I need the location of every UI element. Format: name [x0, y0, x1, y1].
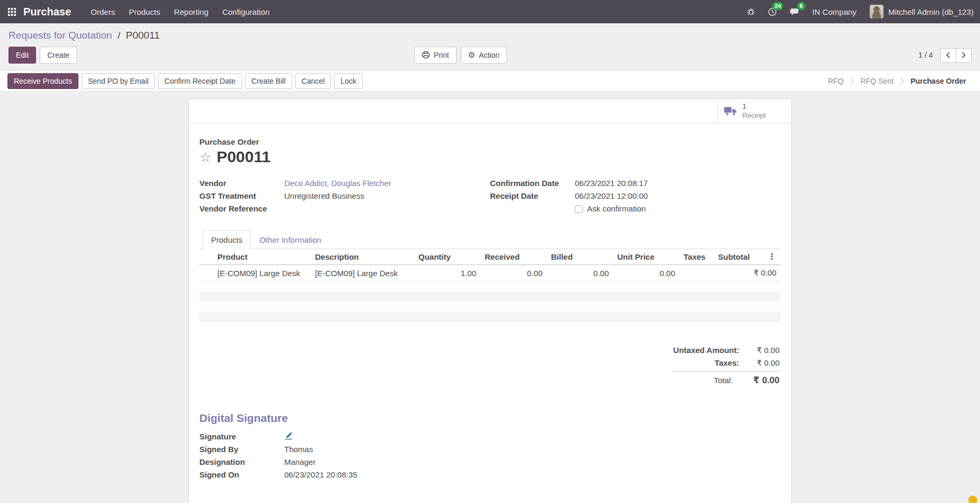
order-line-row[interactable]: [E-COM09] Large Desk [E-COM09] Large Des…: [199, 265, 781, 281]
total-row: Total: ₹ 0.00: [672, 371, 781, 387]
status-pipeline: RFQ RFQ Sent Purchase Order: [821, 77, 973, 85]
tab-other-information[interactable]: Other Information: [251, 231, 330, 249]
ask-confirmation-field: Ask confirmation: [490, 204, 759, 217]
send-po-by-email-button[interactable]: Send PO by Email: [82, 73, 155, 89]
confirmation-date-label: Confirmation Date: [490, 179, 575, 188]
signed-on-label: Signed On: [199, 470, 284, 479]
create-button[interactable]: Create: [40, 47, 77, 64]
debug-menu-button[interactable]: [740, 0, 762, 23]
receipt-count: 1: [742, 102, 746, 111]
print-button[interactable]: Print: [414, 47, 457, 64]
activities-menu-button[interactable]: 24: [762, 0, 783, 23]
vendor-value-link[interactable]: Deco Addict, Douglas Fletcher: [284, 179, 391, 188]
user-menu[interactable]: Mitchell Admin (db_123): [863, 0, 980, 23]
receipt-date-value: 06/23/2021 12:00:00: [575, 191, 648, 200]
empty-row: [199, 302, 781, 312]
receipt-date-field: Receipt Date 06/23/2021 12:00:00: [490, 191, 759, 204]
messages-menu-button[interactable]: 6: [783, 0, 806, 23]
navbar-left: Purchase Orders Products Reporting Confi…: [0, 0, 276, 23]
company-menu[interactable]: IN Company: [806, 0, 863, 23]
control-panel-buttons-row: Edit Create Print ⚙ Action 1 / 4: [8, 46, 972, 64]
cell-taxes: [679, 265, 714, 281]
column-header-billed[interactable]: Billed: [547, 249, 613, 265]
menu-reporting[interactable]: Reporting: [167, 0, 215, 23]
empty-row: [199, 281, 781, 292]
cancel-button[interactable]: Cancel: [295, 73, 331, 89]
document-type-label: Purchase Order: [199, 137, 781, 146]
cell-subtotal: ₹ 0.00: [714, 265, 781, 281]
lock-button[interactable]: Lock: [334, 73, 363, 89]
action-button[interactable]: ⚙ Action: [461, 47, 507, 64]
cell-product: [E-COM09] Large Desk: [199, 265, 311, 281]
taxes-label: Taxes:: [673, 358, 747, 367]
field-group: Vendor Deco Addict, Douglas Fletcher GST…: [199, 179, 781, 217]
status-step-purchase-order: Purchase Order: [904, 77, 973, 85]
menu-orders[interactable]: Orders: [84, 0, 122, 23]
status-step-rfq[interactable]: RFQ: [821, 77, 850, 85]
vendor-label: Vendor: [199, 179, 284, 188]
signed-by-field: Signed By Thomas: [199, 445, 781, 457]
apps-menu-button[interactable]: [0, 0, 23, 23]
cell-description: [E-COM09] Large Desk: [311, 265, 414, 281]
column-header-unit-price[interactable]: Unit Price: [613, 249, 679, 265]
signed-on-value: 06/23/2021 20:08:35: [284, 470, 357, 479]
sheet-body: Purchase Order ☆ P00011 Vendor Deco Addi…: [189, 123, 791, 493]
pager-count: 1 / 4: [918, 51, 933, 59]
total-value: ₹ 0.00: [740, 375, 780, 386]
favorite-star-icon[interactable]: ☆: [199, 151, 211, 164]
signature-field: Signature: [199, 432, 781, 445]
empty-row: [199, 312, 781, 322]
column-header-product[interactable]: Product: [199, 249, 311, 265]
signature-widget[interactable]: [284, 432, 293, 440]
column-header-subtotal[interactable]: Subtotal: [718, 252, 750, 261]
digital-signature-title: Digital Signature: [199, 412, 781, 425]
print-icon: [422, 51, 430, 59]
order-lines-table: Product Description Quantity Received Bi…: [199, 249, 781, 322]
empty-row: [199, 292, 781, 302]
column-header-taxes[interactable]: Taxes: [679, 249, 714, 265]
statusbar-buttons: Receive Products Send PO by Email Confir…: [7, 73, 363, 89]
confirmation-date-field: Confirmation Date 06/23/2021 20:08:17: [490, 179, 759, 191]
vendor-reference-label: Vendor Reference: [199, 204, 284, 213]
breadcrumb-parent-link[interactable]: Requests for Quotation: [8, 30, 112, 41]
app-name[interactable]: Purchase: [23, 0, 84, 23]
confirmation-date-value: 06/23/2021 20:08:17: [575, 179, 648, 188]
cell-received: 0.00: [480, 265, 547, 281]
signed-by-label: Signed By: [199, 445, 284, 454]
status-step-rfq-sent[interactable]: RFQ Sent: [854, 77, 900, 85]
optional-columns-icon[interactable]: ⋮: [768, 252, 776, 261]
untaxed-amount-row: Untaxed Amount: ₹ 0.00: [672, 344, 781, 357]
receipt-stat-button[interactable]: 1 Receipt: [717, 99, 791, 123]
edit-button[interactable]: Edit: [8, 47, 36, 64]
avatar: [870, 5, 883, 19]
top-navbar: Purchase Orders Products Reporting Confi…: [0, 0, 980, 23]
confirm-receipt-date-button[interactable]: Confirm Receipt Date: [158, 73, 242, 89]
column-header-quantity[interactable]: Quantity: [414, 249, 480, 265]
gst-treatment-field: GST Treatment Unregistered Business: [199, 191, 469, 204]
gst-treatment-value: Unregistered Business: [284, 191, 364, 200]
form-view-background: 1 Receipt Purchase Order ☆ P00011 Vendor…: [0, 92, 980, 503]
order-name: P00011: [216, 148, 270, 166]
stat-button-box: 1 Receipt: [189, 99, 791, 123]
column-header-description[interactable]: Description: [311, 249, 414, 265]
receive-products-button[interactable]: Receive Products: [7, 73, 78, 89]
signed-by-value: Thomas: [284, 445, 313, 454]
table-header-row: Product Description Quantity Received Bi…: [199, 249, 781, 265]
pager-next-button[interactable]: [956, 48, 972, 63]
column-header-received[interactable]: Received: [480, 249, 547, 265]
debug-bug-icon: [747, 7, 755, 16]
menu-products[interactable]: Products: [122, 0, 167, 23]
designation-value: Manager: [284, 457, 316, 466]
ask-confirmation-label: Ask confirmation: [587, 204, 646, 213]
ask-confirmation-checkbox[interactable]: [575, 205, 583, 213]
cell-unit-price: 0.00: [613, 265, 679, 281]
tab-products[interactable]: Products: [203, 231, 251, 249]
totals-block: Untaxed Amount: ₹ 0.00 Taxes: ₹ 0.00 Tot…: [672, 344, 781, 387]
vendor-reference-field: Vendor Reference: [199, 204, 469, 217]
purchase-order-sheet: 1 Receipt Purchase Order ☆ P00011 Vendor…: [188, 99, 792, 503]
create-bill-button[interactable]: Create Bill: [245, 73, 292, 89]
step-chevron-icon: [850, 77, 854, 85]
corner-notification-dot: [968, 496, 977, 503]
menu-configuration[interactable]: Configuration: [215, 0, 276, 23]
pager-previous-button[interactable]: [940, 48, 956, 63]
